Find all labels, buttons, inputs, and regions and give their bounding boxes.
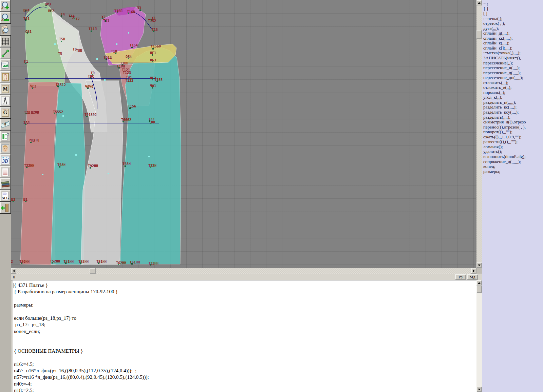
code-line: [14, 341, 149, 348]
editor-vertical-scrollbar[interactable]: [476, 280, 482, 392]
command-item[interactable]: размеры;: [482, 169, 543, 174]
algorithm-editor[interactable]: { 4371 Платье }{ Разработано на размер ж…: [11, 280, 476, 392]
control-point[interactable]: [62, 115, 64, 117]
command-item[interactable]: разделить_ксу(,,,,);: [482, 110, 543, 115]
command-item[interactable]: угол_к(,,);: [482, 95, 543, 100]
view-3d-button[interactable]: 3D: [0, 154, 11, 166]
point-label: Т6662: [121, 118, 131, 122]
control-point[interactable]: [104, 79, 106, 81]
control-point[interactable]: [128, 32, 129, 34]
zoom-in-button[interactable]: [0, 0, 11, 12]
command-item[interactable]: поворот((),,,"");: [482, 130, 543, 135]
point-label: Т122: [125, 79, 133, 82]
command-item[interactable]: пересечение_д(,,,,,);: [482, 71, 543, 76]
canvas-scroll-up-button[interactable]: [476, 0, 482, 5]
grid-icon: [1, 37, 10, 46]
command-item[interactable]: { }: [482, 6, 543, 12]
control-point[interactable]: [116, 43, 117, 45]
command-item[interactable]: сплайн_д(,,,,);: [482, 31, 543, 36]
command-item[interactable]: удалить();: [482, 149, 543, 154]
point-label: Т20НН: [19, 260, 30, 263]
list-button[interactable]: [0, 166, 11, 178]
canvas-vscroll-thumb[interactable]: [476, 30, 482, 39]
editor-scroll-up-button[interactable]: [476, 280, 482, 286]
point-label: Т8В: [76, 49, 82, 53]
image-button[interactable]: [0, 59, 11, 71]
command-item[interactable]: пересечение_н(,,,,);: [482, 65, 543, 71]
command-item[interactable]: :=точка(,);: [482, 16, 543, 21]
canvas-scroll-down-button[interactable]: [476, 262, 482, 268]
code-line: п40:=-4;: [14, 381, 149, 387]
point-label: ПГ1: [150, 51, 156, 55]
md-button[interactable]: Мд: [467, 274, 478, 280]
canvas-hscroll-thumb[interactable]: [90, 268, 96, 274]
code-line: п18:=2.5;: [14, 387, 149, 392]
control-point[interactable]: [148, 156, 150, 157]
command-item[interactable]: сплайн_к(,,,,);: [482, 41, 543, 46]
command-item[interactable]: разделить(,,,,);: [482, 115, 543, 120]
code-line: рз_17:=рз_18;: [14, 321, 149, 328]
command-item[interactable]: :=метка(точка(,),,,,);: [482, 51, 543, 56]
command-item[interactable]: разделить_н(,,,,,);: [482, 100, 543, 105]
grading-g-button[interactable]: G: [0, 107, 11, 118]
command-item[interactable]: отложить(,,,);: [482, 80, 543, 85]
grid-button[interactable]: [0, 36, 11, 47]
segment-button[interactable]: [0, 47, 11, 59]
command-item[interactable]: ломаная();: [482, 144, 543, 150]
command-item[interactable]: сопряжение_д(,,,,,,);: [482, 159, 543, 164]
command-item[interactable]: выполнить(dmod\.alg);: [482, 154, 543, 159]
point-label: Т22НН: [148, 261, 158, 265]
rz-button[interactable]: Рз: [455, 274, 466, 280]
canvas-vertical-scrollbar[interactable]: [476, 0, 482, 268]
point-label: Т22НН: [24, 164, 34, 168]
code-line: п47:=п16*л_фнк(рз_16,((80,0.35),(112,0.3…: [14, 368, 149, 374]
control-point[interactable]: [42, 174, 43, 175]
pattern-card-button[interactable]: [0, 71, 11, 83]
command-item[interactable]: [ ]: [482, 11, 543, 16]
measurements-m-button[interactable]: M: [0, 83, 11, 95]
size-table-button[interactable]: [0, 131, 11, 142]
card-icon: [1, 108, 10, 117]
editor-vscroll-thumb[interactable]: [476, 286, 482, 293]
canvas-horizontal-scrollbar[interactable]: [11, 268, 476, 274]
command-item[interactable]: симметрия_л((),отрезо: [482, 120, 543, 125]
command-item[interactable]: ЗАПИСАТЬ(имя=(),: [482, 56, 543, 61]
command-item[interactable]: отложить_в(,,);: [482, 85, 543, 90]
canvas-scroll-left-button[interactable]: [11, 268, 16, 274]
editor-scroll-down-button[interactable]: [476, 387, 482, 392]
pattern-canvas[interactable]: ВР3ВР4ВР2Т4Т44ХТ7Т01Т16П33Т16ВХ2Т11Х1Т15…: [11, 0, 476, 268]
control-point[interactable]: [108, 173, 109, 174]
command-item[interactable]: развести((),(),,,"");: [482, 139, 543, 144]
exit-icon: [1, 203, 10, 212]
command-item[interactable]: отрезок( , );: [482, 21, 543, 26]
preview-button[interactable]: [0, 24, 11, 35]
photo-button[interactable]: [0, 142, 11, 154]
books-button[interactable]: [0, 178, 11, 190]
command-item[interactable]: сжать((),,,1.1,0.9,"");: [482, 135, 543, 140]
alg-button[interactable]: ALG: [0, 190, 11, 201]
command-item[interactable]: сплайн_кк(,,,,,);: [482, 36, 543, 41]
command-item[interactable]: дуга(,,,);: [482, 26, 543, 31]
command-item[interactable]: перенос((),отрезок( , ),: [482, 125, 543, 130]
command-item[interactable]: нормаль(,,);: [482, 90, 543, 95]
point-label: Ш1: [23, 198, 27, 201]
ruler-button[interactable]: 8: [0, 119, 11, 130]
exit-button[interactable]: [0, 202, 11, 213]
command-item[interactable]: конец;: [482, 164, 543, 169]
control-point[interactable]: [54, 43, 56, 45]
command-item[interactable]: сплайн_к[](,,,,);: [482, 46, 543, 51]
point-label: Т123: [123, 71, 131, 75]
control-point[interactable]: [75, 154, 77, 156]
command-palette: = ;{ }[ ]:=точка(,);отрезок( , );дуга(,,…: [482, 0, 543, 392]
control-point[interactable]: [96, 58, 98, 60]
point-label: Т91НН: [96, 260, 107, 263]
command-item[interactable]: пересечение(,,);: [482, 61, 543, 66]
construction-point[interactable]: [152, 48, 154, 50]
command-item[interactable]: разделить_кс(,,,,);: [482, 105, 543, 110]
canvas-scroll-right-button[interactable]: [471, 268, 476, 274]
command-item[interactable]: = ;: [482, 1, 543, 6]
compass-button[interactable]: [0, 95, 11, 106]
point-label: Т52НН: [50, 259, 60, 263]
command-item[interactable]: пересечение_дн(,,,,,);: [482, 75, 543, 80]
zoom-out-button[interactable]: [0, 12, 11, 23]
